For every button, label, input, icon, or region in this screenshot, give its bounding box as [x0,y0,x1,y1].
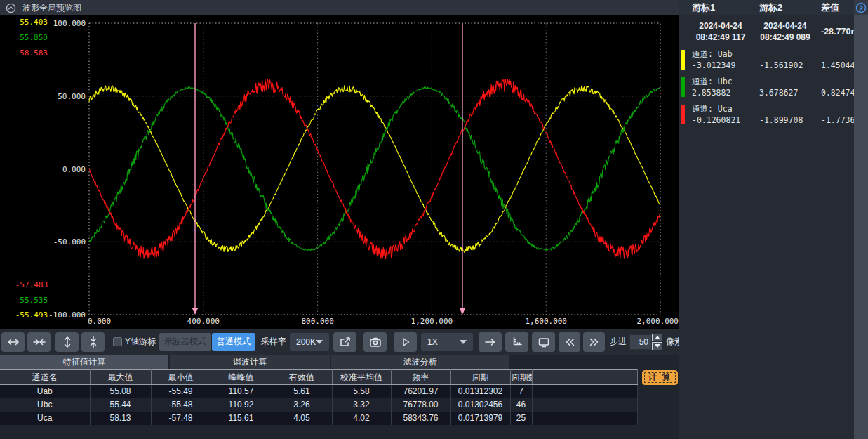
analysis-tabs: 特征值计算 谐波计算 滤波分析 [0,355,679,369]
cell: 46 [510,398,532,412]
expand-horizontal-icon [7,336,20,348]
oscilloscope-mode-button[interactable]: 示波器模式 [159,333,211,351]
y-axis-tick-label: -50.000 [53,237,86,247]
waveform-plot: 100.00050.0000.000-50.000-100.0000.00040… [0,15,679,329]
cell: 5.61 [272,385,332,398]
channel-color-bar [681,50,685,70]
y-axis-tick-label: -100.000 [48,310,86,320]
table-row-ubc[interactable]: Ubc55.44-55.48110.923.263.3276778.000.01… [0,398,637,412]
channel-cursor1-value: -3.012349 [692,60,759,70]
channel-color-bar [681,105,685,124]
page-right-button[interactable] [583,332,605,352]
col-max: 最大值 [90,370,151,385]
cell: 76201.97 [391,385,450,398]
normal-mode-button[interactable]: 普通模式 [212,333,255,351]
col-cycle-count: 周期数 [510,370,532,385]
cell: 0.01302456 [450,398,510,412]
channel-name: 通道: Ubc [692,77,854,87]
cell: -55.48 [151,398,211,412]
tab-feature-calc[interactable]: 特征值计算 [0,355,170,369]
monitor-icon [538,336,550,348]
step-forward-button[interactable] [479,332,502,352]
cell: 115.61 [211,412,272,425]
cursor-arrow-icon[interactable] [192,308,198,315]
panel-expand-button[interactable] [855,2,867,13]
table-row-uca[interactable]: Uca58.13-57.48115.614.054.0258343.760.01… [0,412,637,425]
tab-filter-analysis[interactable]: 滤波分析 [331,355,510,369]
col-period: 周期 [450,370,510,385]
compress-vertical-icon [88,336,99,348]
step-size-stepper [652,334,662,350]
double-chevron-left-icon [564,336,575,348]
table-header-empty [532,370,637,385]
col-peak-to-peak: 峰峰值 [211,370,272,385]
panel-scrollbar-strip [854,0,868,439]
measure-button[interactable] [505,332,528,352]
feature-value-table: 通道名 最大值 最小值 峰峰值 有效值 校准平均值 频率 周期 周期数 Uab5… [0,369,638,425]
channel-cursor1-value: -0.1260821 [692,115,759,125]
y-axis-cursor-checkbox[interactable] [113,337,122,346]
step-size-input[interactable] [629,334,652,350]
cell: -55.49 [151,385,211,398]
export-button[interactable] [333,332,356,352]
channel-min-label: -55.493 [15,310,48,320]
expand-vertical-button[interactable] [55,332,79,352]
fullscreen-button[interactable] [532,332,555,352]
export-icon [339,336,351,348]
chevron-down-icon [316,340,323,344]
cell: 3.26 [272,398,332,412]
cell: 110.57 [211,385,272,398]
step-decrement-button[interactable] [652,342,662,350]
channel-name: 通道: Uca [692,104,854,114]
step-label: 步进 [610,336,627,348]
play-button[interactable] [394,332,417,352]
cell: 58343.76 [391,412,450,425]
sample-rate-dropdown[interactable]: 200K [290,333,329,351]
cursor1-clock: 08:42:49 117 [692,32,749,43]
cell: 0.01312302 [450,385,510,398]
cursor1-time: 2024-04-24 08:42:49 117 [692,20,759,43]
sample-rate-label: 采样率 [261,336,286,348]
cell: 7 [510,385,532,398]
cursor2-time: 2024-04-24 08:42:49 089 [759,20,821,43]
cursor1-header: 游标1 [692,1,759,14]
cursor2-date: 2024-04-24 [759,20,811,32]
expand-horizontal-button[interactable] [1,332,25,352]
y-axis-tick-label: 0.000 [62,165,86,174]
compress-horizontal-button[interactable] [27,332,51,352]
chevron-down-icon [460,340,467,344]
play-icon [400,336,411,348]
double-chevron-right-icon [589,336,600,348]
table-row-uab[interactable]: Uab55.08-55.49110.575.615.5876201.970.01… [0,385,637,398]
calculate-button[interactable]: 计 算 [642,370,678,385]
channel-max-label: 55.850 [20,33,48,42]
camera-icon [369,336,382,348]
cursor-panel-header: 游标1 游标2 差值 [679,0,854,15]
collapse-panel-icon[interactable] [6,3,16,13]
col-calibrated-mean: 校准平均值 [332,370,391,385]
sample-rate-value: 200K [296,337,316,347]
channel-max-label: 58.583 [20,48,48,58]
channel-min-label: -55.535 [15,296,48,305]
x-axis-tick-label: 2,000.000 [636,317,679,326]
cell-empty [532,412,637,425]
cell-empty [532,398,637,412]
main-section: 波形全局预览图 100.00050.0000.000-50.000-100.00… [0,0,679,439]
y-axis-tick-label: 50.000 [58,92,86,101]
screenshot-button[interactable] [363,332,387,352]
waveform-chart[interactable]: 100.00050.0000.000-50.000-100.0000.00040… [0,15,679,329]
tab-harmonic-calc[interactable]: 谐波计算 [170,355,331,369]
cell: -57.48 [151,412,211,425]
x-axis-tick-label: 800.000 [301,317,333,326]
diff-header: 差值 [821,1,854,14]
compress-vertical-button[interactable] [81,332,105,352]
step-increment-button[interactable] [652,334,662,342]
x-axis-tick-label: 1,600.000 [525,317,567,326]
channel-max-label: 55.403 [20,18,48,27]
cell: 0.01713979 [450,412,510,425]
cursor-arrow-icon[interactable] [459,308,465,315]
cell: 76778.00 [391,398,450,412]
page-left-button[interactable] [559,332,580,352]
playback-speed-dropdown[interactable]: 1X [421,333,473,351]
table-header-row: 通道名 最大值 最小值 峰峰值 有效值 校准平均值 频率 周期 周期数 [0,370,637,385]
